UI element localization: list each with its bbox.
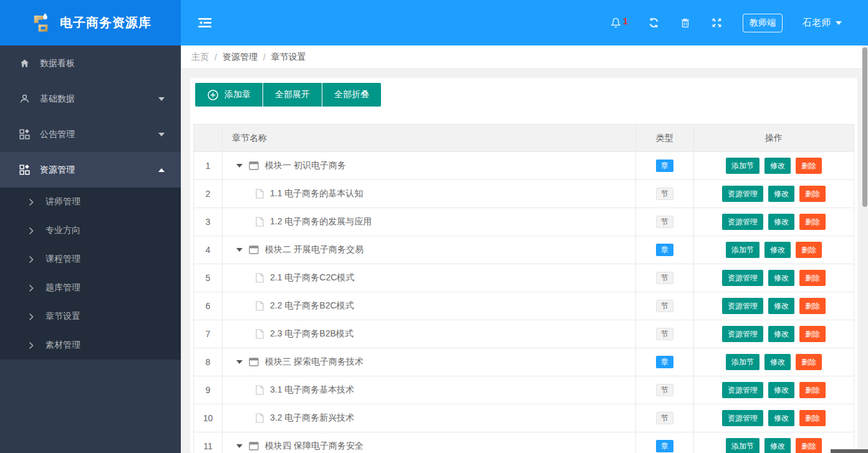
delete-button[interactable]: 删除 <box>796 354 822 370</box>
collapse-all-button[interactable]: 全部折叠 <box>322 83 381 107</box>
chapter-settings-card: 添加章 全部展开 全部折叠 章节名称 类型 操作 1模块一 初识电子商务章添加节… <box>190 78 857 453</box>
delete-button[interactable]: 删除 <box>799 326 826 342</box>
resource-manage-button[interactable]: 资源管理 <box>722 382 763 398</box>
delete-button[interactable]: 删除 <box>799 270 826 286</box>
resource-manage-button[interactable]: 资源管理 <box>722 298 763 314</box>
toolbar: 添加章 全部展开 全部折叠 <box>195 83 854 107</box>
resource-manage-button[interactable]: 资源管理 <box>722 214 763 230</box>
add-section-button[interactable]: 添加节 <box>726 438 760 453</box>
submenu-item[interactable]: 素材管理 <box>0 331 181 360</box>
sidebar-item-resources[interactable]: 资源管理 <box>0 152 181 188</box>
edit-button[interactable]: 修改 <box>768 270 794 286</box>
row-index: 2 <box>194 180 223 208</box>
sidebar-item-label: 数据看板 <box>40 58 75 69</box>
expand-all-button[interactable]: 全部展开 <box>263 83 322 107</box>
edit-button[interactable]: 修改 <box>764 354 791 370</box>
collapse-triangle-icon[interactable] <box>236 360 243 367</box>
chapter-name: 模块四 保障电子商务安全 <box>265 441 364 452</box>
breadcrumb-home[interactable]: 主页 <box>191 52 209 63</box>
collapse-sidebar-icon[interactable] <box>198 17 211 28</box>
collapse-triangle-icon[interactable] <box>236 444 243 451</box>
add-chapter-button[interactable]: 添加章 <box>195 83 263 107</box>
chevron-up-icon <box>158 165 165 172</box>
edit-button[interactable]: 修改 <box>764 158 791 174</box>
caret-down-icon <box>836 21 842 28</box>
edit-button[interactable]: 修改 <box>764 242 791 258</box>
delete-button[interactable]: 删除 <box>796 242 822 258</box>
fullscreen-icon[interactable] <box>711 17 723 29</box>
edit-button[interactable]: 修改 <box>768 326 794 342</box>
row-index: 7 <box>194 320 223 348</box>
delete-button[interactable]: 删除 <box>799 186 826 202</box>
section-icon <box>256 301 264 311</box>
edit-button[interactable]: 修改 <box>768 410 794 426</box>
chapter-name: 模块一 初识电子商务 <box>265 160 346 171</box>
resource-manage-button[interactable]: 资源管理 <box>722 326 763 342</box>
name-column-header: 章节名称 <box>223 125 636 152</box>
submenu-item-label: 课程管理 <box>46 254 80 265</box>
table-row: 8模块三 探索电子商务技术章添加节修改删除 <box>194 348 854 376</box>
type-badge: 节 <box>656 328 673 340</box>
index-column-header <box>194 125 223 152</box>
vertical-scrollbar-thumb[interactable] <box>862 47 867 207</box>
submenu-item[interactable]: 章节设置 <box>0 302 181 331</box>
resource-manage-button[interactable]: 资源管理 <box>722 410 763 426</box>
resource-manage-button[interactable]: 资源管理 <box>722 186 763 202</box>
collapse-triangle-icon[interactable] <box>236 164 243 171</box>
chevron-right-icon <box>29 313 34 321</box>
submenu-item-label: 讲师管理 <box>46 196 80 207</box>
add-section-button[interactable]: 添加节 <box>726 158 760 174</box>
edit-button[interactable]: 修改 <box>768 382 794 398</box>
chevron-down-icon <box>158 133 165 140</box>
resources-submenu: 讲师管理专业方向课程管理题库管理章节设置素材管理 <box>0 188 181 360</box>
resource-manage-button[interactable]: 资源管理 <box>722 270 763 286</box>
sidebar-item-basic-data[interactable]: 基础数据 <box>0 81 181 117</box>
submenu-item[interactable]: 专业方向 <box>0 216 181 245</box>
table-row: 103.2 电子商务新兴技术节资源管理修改删除 <box>194 404 854 432</box>
delete-button[interactable]: 删除 <box>796 438 822 453</box>
row-index: 11 <box>194 432 223 453</box>
delete-button[interactable]: 删除 <box>799 410 826 426</box>
sidebar-item-dashboard[interactable]: 数据看板 <box>0 45 181 81</box>
delete-button[interactable]: 删除 <box>799 298 826 314</box>
home-icon <box>19 58 31 69</box>
horizontal-scrollbar-thumb[interactable] <box>831 449 868 453</box>
sidebar-item-announcements[interactable]: 公告管理 <box>0 117 181 152</box>
type-badge: 节 <box>656 216 673 228</box>
edit-button[interactable]: 修改 <box>768 298 794 314</box>
edit-button[interactable]: 修改 <box>764 438 791 453</box>
actions-column-header: 操作 <box>694 125 854 152</box>
trash-icon[interactable] <box>680 17 691 29</box>
add-section-button[interactable]: 添加节 <box>726 242 760 258</box>
logo-block: 电子商务资源库 <box>0 0 181 45</box>
type-badge: 章 <box>656 244 673 256</box>
sidebar-item-label: 公告管理 <box>40 129 75 140</box>
row-index: 10 <box>194 404 223 432</box>
plus-circle-icon <box>207 89 219 101</box>
delete-button[interactable]: 删除 <box>799 214 826 230</box>
notifications-button[interactable]: 1 <box>610 17 628 29</box>
teacher-mode-button[interactable]: 教师端 <box>743 14 783 32</box>
chapter-name: 模块二 开展电子商务交易 <box>265 244 364 255</box>
edit-button[interactable]: 修改 <box>768 186 794 202</box>
delete-button[interactable]: 删除 <box>796 158 822 174</box>
user-name: 石老师 <box>803 17 831 29</box>
refresh-icon[interactable] <box>648 17 660 29</box>
apps-icon <box>19 165 31 176</box>
submenu-item[interactable]: 课程管理 <box>0 245 181 274</box>
chapters-table: 章节名称 类型 操作 1模块一 初识电子商务章添加节修改删除21.1 电子商务的… <box>193 124 854 453</box>
header-bar: 1 <box>181 0 868 45</box>
table-row: 4模块二 开展电子商务交易章添加节修改删除 <box>194 236 854 264</box>
user-menu[interactable]: 石老师 <box>803 17 842 29</box>
delete-button[interactable]: 删除 <box>799 382 826 398</box>
submenu-item[interactable]: 讲师管理 <box>0 188 181 216</box>
table-row: 1模块一 初识电子商务章添加节修改删除 <box>194 152 854 180</box>
add-section-button[interactable]: 添加节 <box>726 354 760 370</box>
edit-button[interactable]: 修改 <box>768 214 794 230</box>
submenu-item[interactable]: 题库管理 <box>0 274 181 302</box>
chevron-right-icon <box>29 284 34 292</box>
row-index: 5 <box>194 264 223 292</box>
row-index: 8 <box>194 348 223 376</box>
section-name: 1.1 电子商务的基本认知 <box>270 188 363 199</box>
collapse-triangle-icon[interactable] <box>236 248 243 255</box>
